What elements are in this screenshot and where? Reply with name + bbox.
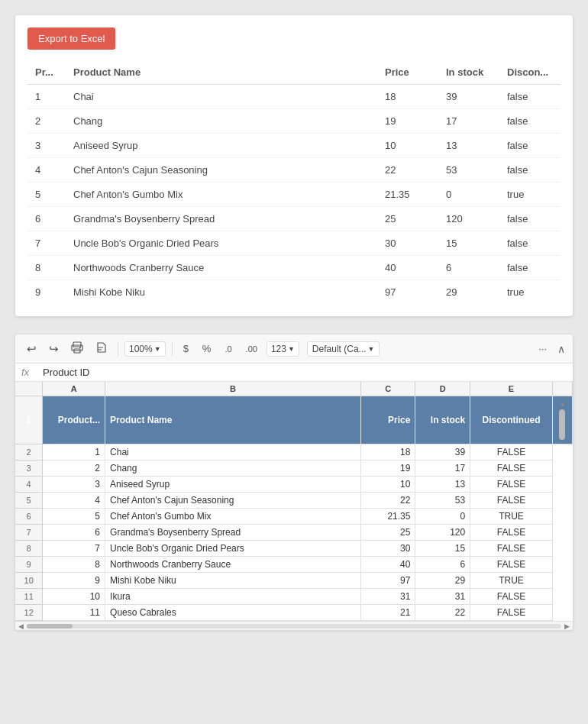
cell-d1[interactable]: In stock [415,396,470,444]
cell-d12[interactable]: 22 [415,605,470,621]
cell-id: 6 [27,207,66,231]
cell-name: Chai [66,85,377,109]
cell-e1[interactable]: Discontinued [470,396,553,444]
cell-a5[interactable]: 4 [43,493,105,509]
cell-c7[interactable]: 25 [360,525,415,541]
table-body: 1 Chai 18 39 false 2 Chang 19 17 false 3… [27,85,561,305]
cell-a7[interactable]: 6 [43,525,105,541]
cell-a9[interactable]: 8 [43,557,105,573]
undo-button[interactable]: ↩ [23,340,40,358]
cell-c1[interactable]: Price [360,396,415,444]
cell-a10[interactable]: 9 [43,573,105,589]
cell-discontinued: true [499,280,561,305]
redo-button[interactable]: ↪ [45,340,63,358]
cell-c8[interactable]: 30 [360,541,415,557]
vertical-scrollbar[interactable]: ▲ [552,396,572,444]
cell-a4[interactable]: 3 [43,477,105,493]
cell-b6[interactable]: Chef Anton's Gumbo Mix [105,509,361,525]
cell-d6[interactable]: 0 [415,509,470,525]
cell-a6[interactable]: 5 [43,509,105,525]
print-button[interactable] [67,339,87,358]
percent-button[interactable]: % [198,341,216,357]
col-header-a[interactable]: A [43,382,105,396]
cell-d11[interactable]: 31 [415,589,470,605]
vscroll-thumb[interactable] [559,409,565,440]
hscroll-thumb[interactable] [27,624,73,629]
cell-e10[interactable]: TRUE [470,573,553,589]
more-options-button[interactable]: ··· [534,341,551,357]
horizontal-scrollbar[interactable]: ◀ ▶ [15,621,573,630]
cell-e5[interactable]: FALSE [470,493,553,509]
cell-discontinued: false [499,85,561,109]
cell-c6[interactable]: 21.35 [360,509,415,525]
currency-button[interactable]: $ [179,341,193,357]
cell-d5[interactable]: 53 [415,493,470,509]
cell-d3[interactable]: 17 [415,461,470,477]
cell-a11[interactable]: 10 [43,589,105,605]
cell-d7[interactable]: 120 [415,525,470,541]
cell-b5[interactable]: Chef Anton's Cajun Seasoning [105,493,361,509]
cell-b4[interactable]: Aniseed Syrup [105,477,361,493]
row-num-1: 1 [15,396,43,444]
col-header-b[interactable]: B [105,382,361,396]
collapse-toolbar-icon[interactable]: ∧ [557,343,565,355]
cell-d10[interactable]: 29 [415,573,470,589]
cell-a1[interactable]: Product... [43,396,105,444]
cell-id: 8 [27,256,66,280]
cell-b11[interactable]: Ikura [105,589,361,605]
cell-c4[interactable]: 10 [360,477,415,493]
cell-c3[interactable]: 19 [360,461,415,477]
col-header-c[interactable]: C [360,382,415,396]
cell-id: 2 [27,109,66,134]
cell-c2[interactable]: 18 [360,444,415,461]
cell-e6[interactable]: TRUE [470,509,553,525]
decimal-less-button[interactable]: .0 [220,342,236,356]
cell-b2[interactable]: Chai [105,444,361,461]
cell-d2[interactable]: 39 [415,444,470,461]
col-header-e[interactable]: E [470,382,553,396]
export-button[interactable]: Export to Excel [27,27,115,50]
cell-e2[interactable]: FALSE [470,444,553,461]
cell-b3[interactable]: Chang [105,461,361,477]
decimal-more-button[interactable]: .00 [241,342,262,356]
cell-d8[interactable]: 15 [415,541,470,557]
cell-e4[interactable]: FALSE [470,477,553,493]
cell-b1[interactable]: Product Name [105,396,361,444]
cell-b9[interactable]: Northwoods Cranberry Sauce [105,557,361,573]
cell-b7[interactable]: Grandma's Boysenberry Spread [105,525,361,541]
cell-e12[interactable]: FALSE [470,605,553,621]
cell-a12[interactable]: 11 [43,605,105,621]
cell-b8[interactable]: Uncle Bob's Organic Dried Pears [105,541,361,557]
cell-e9[interactable]: FALSE [470,557,553,573]
cell-c10[interactable]: 97 [360,573,415,589]
hscroll-left-icon[interactable]: ◀ [17,622,25,630]
cell-c9[interactable]: 40 [360,557,415,573]
cell-d4[interactable]: 13 [415,477,470,493]
col-header-d[interactable]: D [415,382,470,396]
top-table-card: Export to Excel Pr... Product Name Price… [15,15,573,316]
zoom-selector[interactable]: 100% ▼ [124,341,166,357]
cell-e8[interactable]: FALSE [470,541,553,557]
toolbar-separator-2 [172,342,173,356]
hscroll-right-icon[interactable]: ▶ [563,622,571,630]
cell-b10[interactable]: Mishi Kobe Niku [105,573,361,589]
cell-a3[interactable]: 2 [43,461,105,477]
cell-a2[interactable]: 1 [43,444,105,461]
font-selector[interactable]: Default (Ca... ▼ [307,341,380,357]
cell-e3[interactable]: FALSE [470,461,553,477]
grid-row: 5 4 Chef Anton's Cajun Seasoning 22 53 F… [15,493,573,509]
cell-discontinued: false [499,231,561,256]
number-format-selector[interactable]: 123 ▼ [267,341,299,357]
cell-stock: 6 [438,256,499,280]
cell-e11[interactable]: FALSE [470,589,553,605]
cell-discontinued: false [499,109,561,134]
cell-e7[interactable]: FALSE [470,525,553,541]
cell-c5[interactable]: 22 [360,493,415,509]
paint-format-button[interactable] [92,339,111,358]
cell-c12[interactable]: 21 [360,605,415,621]
data-table: Pr... Product Name Price In stock Discon… [27,60,561,304]
cell-a8[interactable]: 7 [43,541,105,557]
cell-c11[interactable]: 31 [360,589,415,605]
cell-d9[interactable]: 6 [415,557,470,573]
cell-b12[interactable]: Queso Cabrales [105,605,361,621]
